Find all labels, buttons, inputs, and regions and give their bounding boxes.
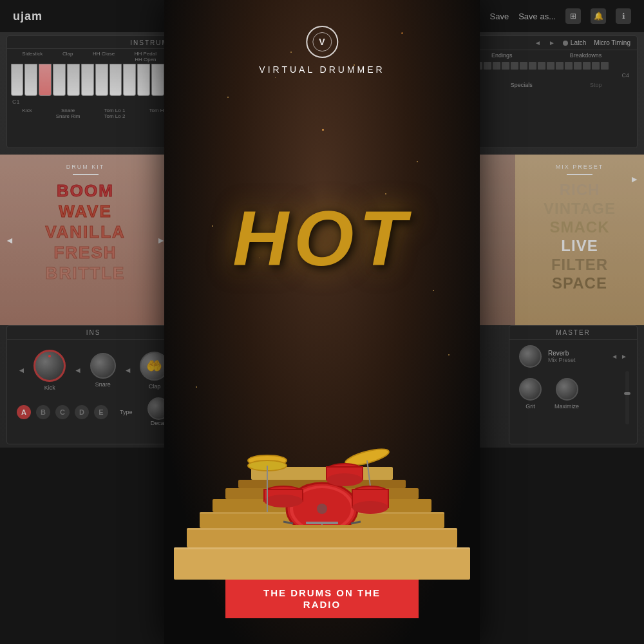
mix-preset-item-smack[interactable]: SMACK bbox=[550, 218, 610, 236]
mix-preset-item-filter[interactable]: FILTER bbox=[551, 256, 608, 274]
piano-key-5[interactable] bbox=[67, 64, 80, 96]
ins-controls: ◄ Kick ◄ Snare ◄ 🤲 Clap bbox=[7, 340, 180, 394]
mix-preset-arrow[interactable]: ► bbox=[630, 174, 639, 184]
style-pad[interactable] bbox=[538, 62, 545, 70]
reverb-label: Reverb bbox=[548, 350, 576, 357]
style-pad[interactable] bbox=[565, 62, 573, 70]
piano-key-8[interactable] bbox=[109, 64, 122, 96]
piano-key-7[interactable] bbox=[95, 64, 108, 96]
maximize-knob[interactable] bbox=[556, 378, 578, 401]
style-pad[interactable] bbox=[511, 62, 518, 70]
style-pad[interactable] bbox=[556, 62, 564, 70]
key-label-hh-close: HH Close bbox=[93, 51, 115, 62]
piano-key-10[interactable] bbox=[137, 64, 150, 96]
drum-kit-item-vanilla[interactable]: VANILLA bbox=[45, 222, 126, 242]
master-reverb-row: Reverb Mix Preset ◄ ► bbox=[509, 340, 637, 373]
ins-title: INS bbox=[7, 326, 180, 340]
style-label-stop: Stop bbox=[590, 82, 602, 88]
drum-kit-panel: ◄ ► DRUM KIT BOOM WAVE VANILLA FRESH BRI… bbox=[0, 155, 171, 325]
save-button[interactable]: Save bbox=[490, 12, 509, 21]
cta-text: THE DRUMS ON THE RADIO bbox=[263, 587, 381, 610]
piano-key-6[interactable] bbox=[81, 64, 94, 96]
mix-preset-list: RICH VINTAGE SMACK LIVE FILTER SPACE bbox=[515, 178, 644, 296]
snare-label: Snare bbox=[95, 381, 111, 388]
drum-kit-list: BOOM WAVE VANILLA FRESH BRITTLE bbox=[0, 178, 171, 287]
piano-key-4[interactable] bbox=[53, 64, 66, 96]
mix-preset-item-vintage[interactable]: VINTAGE bbox=[544, 200, 616, 218]
latch-indicator bbox=[563, 41, 568, 46]
octave-c1: C1 bbox=[12, 99, 20, 105]
vd-inner-circle: V bbox=[312, 32, 332, 52]
ins-section: INS ◄ Kick ◄ Snare ◄ 🤲 Clap A B C D E Ty… bbox=[6, 325, 180, 444]
mix-preset-panel: ► MIX PRESET RICH VINTAGE SMACK LIVE FIL… bbox=[515, 155, 644, 325]
svg-rect-1 bbox=[187, 528, 457, 547]
notification-button[interactable]: 🔔 bbox=[591, 8, 606, 24]
save-as-button[interactable]: Save as... bbox=[518, 12, 556, 21]
vd-overlay[interactable]: V VIRTUAL DRUMMER HOT bbox=[164, 0, 480, 644]
type-btn-b[interactable]: B bbox=[36, 405, 50, 419]
vd-circle-logo: V bbox=[306, 26, 338, 58]
mix-preset-item-space[interactable]: SPACE bbox=[552, 274, 607, 292]
svg-point-13 bbox=[317, 504, 327, 514]
drum-kit-item-fresh[interactable]: FRESH bbox=[53, 243, 117, 263]
master-slider-handle[interactable] bbox=[624, 392, 630, 395]
key-label-clap: Clap bbox=[62, 51, 73, 62]
piano-key-2[interactable] bbox=[24, 64, 37, 96]
drum-kit-prev-arrow[interactable]: ◄ bbox=[5, 235, 14, 245]
piano-key-3[interactable] bbox=[39, 64, 52, 96]
grit-label: Grit bbox=[526, 403, 535, 410]
vd-logo-area: V VIRTUAL DRUMMER bbox=[259, 26, 384, 75]
style-next-arrow[interactable]: ► bbox=[549, 39, 555, 46]
ins-mid-arrow[interactable]: ◄ bbox=[74, 366, 82, 375]
top-bar-right: Save Save as... ⊞ 🔔 ℹ bbox=[490, 8, 631, 24]
style-pad[interactable] bbox=[493, 62, 500, 70]
type-btn-d[interactable]: D bbox=[75, 405, 89, 419]
style-pad[interactable] bbox=[592, 62, 600, 70]
type-btn-e[interactable]: E bbox=[94, 405, 108, 419]
info-button[interactable]: ℹ bbox=[616, 8, 631, 24]
svg-point-27 bbox=[352, 501, 388, 514]
reverb-prev-arrow[interactable]: ◄ bbox=[611, 353, 618, 360]
style-pad[interactable] bbox=[520, 62, 527, 70]
cta-banner[interactable]: THE DRUMS ON THE RADIO bbox=[225, 580, 419, 618]
style-pad[interactable] bbox=[529, 62, 536, 70]
style-pad[interactable] bbox=[574, 62, 582, 70]
ujam-logo: ujam bbox=[13, 10, 43, 23]
type-label: Type bbox=[120, 409, 133, 415]
style-pad[interactable] bbox=[601, 62, 609, 70]
kick-label: Kick bbox=[44, 384, 55, 391]
style-pad[interactable] bbox=[547, 62, 554, 70]
ins-prev-arrow[interactable]: ◄ bbox=[17, 366, 25, 375]
key-label-tom-hi: Tom Hi bbox=[149, 108, 165, 119]
grit-knob[interactable] bbox=[519, 378, 542, 401]
drum-kit-item-wave[interactable]: WAVE bbox=[59, 202, 112, 222]
snare-knob[interactable] bbox=[90, 353, 116, 379]
grid-view-button[interactable]: ⊞ bbox=[565, 8, 581, 24]
drum-kit-item-boom[interactable]: BOOM bbox=[57, 181, 114, 201]
master-section: MASTER Reverb Mix Preset ◄ ► Grit Maximi… bbox=[509, 325, 638, 444]
kick-knob[interactable] bbox=[33, 350, 66, 382]
style-pad[interactable] bbox=[583, 62, 591, 70]
style-pad[interactable] bbox=[502, 62, 509, 70]
mix-preset-item-live[interactable]: LIVE bbox=[561, 237, 598, 255]
piano-key-1[interactable] bbox=[11, 64, 24, 96]
vd-content: V VIRTUAL DRUMMER HOT bbox=[164, 0, 480, 644]
mix-preset-sublabel: Mix Preset bbox=[548, 357, 576, 363]
master-reverb-arrows: ◄ ► bbox=[611, 353, 627, 360]
reverb-knob[interactable] bbox=[519, 345, 542, 368]
reverb-next-arrow[interactable]: ► bbox=[621, 353, 627, 360]
style-pad[interactable] bbox=[484, 62, 491, 70]
piano-key-9[interactable] bbox=[123, 64, 136, 96]
grit-knob-wrap: Grit bbox=[519, 378, 542, 410]
mix-preset-item-rich[interactable]: RICH bbox=[560, 181, 600, 199]
ins-next-arrow[interactable]: ◄ bbox=[124, 366, 132, 375]
drum-kit-item-brittle[interactable]: BRITTLE bbox=[46, 263, 126, 283]
ins-type-row: A B C D E Type Decay bbox=[7, 394, 180, 430]
piano-key-11[interactable] bbox=[151, 64, 164, 96]
type-btn-c[interactable]: C bbox=[55, 405, 70, 419]
key-label-kick: Kick bbox=[23, 108, 32, 119]
type-btn-a[interactable]: A bbox=[17, 405, 31, 419]
svg-point-16 bbox=[264, 495, 303, 507]
style-prev-arrow[interactable]: ◄ bbox=[535, 39, 541, 46]
kick-knob-container: Kick bbox=[33, 350, 66, 391]
